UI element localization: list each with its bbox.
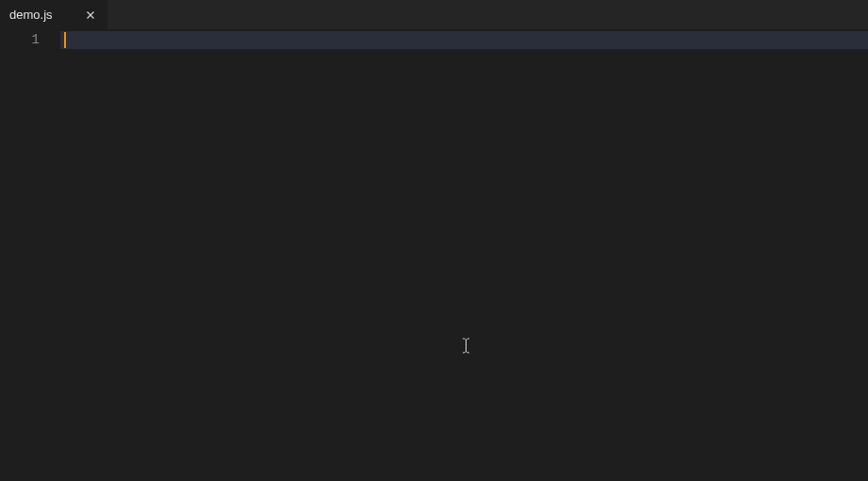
tab-demo-js[interactable]: demo.js [0, 0, 108, 29]
editor-area: 1 [0, 29, 868, 481]
close-icon[interactable] [83, 8, 98, 23]
tab-label: demo.js [9, 8, 75, 22]
line-number-gutter: 1 [0, 29, 60, 481]
code-area[interactable] [60, 29, 868, 481]
code-line [60, 31, 868, 49]
line-number: 1 [0, 31, 40, 49]
editor-cursor [64, 32, 66, 48]
tab-bar: demo.js [0, 0, 868, 29]
